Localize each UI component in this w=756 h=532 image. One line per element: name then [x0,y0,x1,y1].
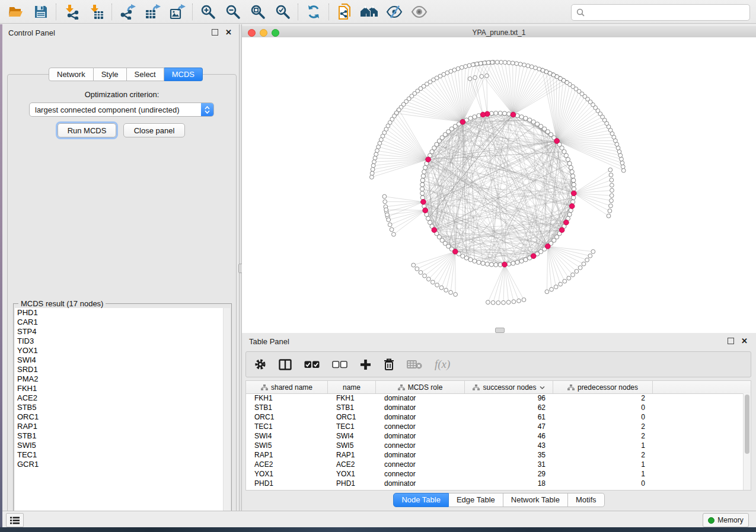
table-row[interactable]: SWI4SWI4dominator462 [246,431,744,441]
graph-leaf-node[interactable] [609,173,613,177]
graph-leaf-node[interactable] [415,267,419,271]
mcds-result-item[interactable]: STB1 [15,431,230,441]
cell-name[interactable]: TEC1 [328,422,376,431]
graph-node[interactable] [566,158,570,162]
table-row[interactable]: ORC1ORC1dominator610 [246,412,744,422]
graph-node[interactable] [473,259,477,263]
cell-predecessor-nodes[interactable]: 2 [553,422,653,431]
graph-leaf-node[interactable] [620,157,624,161]
graph-leaf-node[interactable] [427,277,431,281]
cell-successor-nodes[interactable]: 31 [465,460,553,469]
graph-node[interactable] [528,118,532,122]
cell-name[interactable]: ACE2 [328,460,376,469]
graph-leaf-node[interactable] [444,288,448,292]
cell-MCDS-role[interactable]: connector [376,470,465,478]
refresh-icon[interactable] [301,1,326,23]
graph-mcds-hub-node[interactable] [480,112,486,117]
graph-leaf-node[interactable] [431,280,435,284]
mcds-result-item[interactable]: SWI5 [15,441,230,450]
export-network-icon[interactable] [115,1,140,23]
graph-leaf-node[interactable] [439,286,444,290]
graph-leaf-node[interactable] [392,232,396,236]
column-header-shared-name[interactable]: shared name [246,381,328,393]
graph-leaf-node[interactable] [567,276,571,280]
float-panel-icon[interactable] [212,29,218,36]
mcds-result-item[interactable]: YOX1 [15,346,230,355]
column-settings-gear-icon[interactable] [254,358,266,370]
table-row[interactable]: RAP1RAP1dominator352 [246,450,744,460]
mcds-result-item[interactable]: SRD1 [15,365,230,374]
graph-node[interactable] [494,262,498,267]
graph-leaf-node[interactable] [512,300,516,304]
search-input[interactable] [588,6,749,19]
criterion-select[interactable]: largest connected component (undirected) [29,102,214,117]
mcds-result-item[interactable]: PMA2 [15,374,230,384]
graph-node[interactable] [423,165,428,169]
tab-node-table[interactable]: Node Table [393,493,449,507]
mcds-result-item[interactable]: FKH1 [15,384,230,393]
memory-button[interactable]: Memory [703,513,749,527]
cell-successor-nodes[interactable]: 61 [465,413,553,421]
hide-graphics-details-icon[interactable] [382,1,407,23]
cell-MCDS-role[interactable]: connector [376,422,465,431]
network-overview-icon[interactable] [357,1,382,23]
graph-leaf-node[interactable] [585,258,589,262]
graph-leaf-node[interactable] [610,178,614,182]
cell-name[interactable]: SWI4 [328,432,376,440]
graph-leaf-node[interactable] [483,61,487,65]
network-canvas[interactable] [242,37,756,333]
graph-mcds-hub-node[interactable] [502,262,508,267]
graph-leaf-node[interactable] [506,300,511,305]
delete-table-icon[interactable] [407,360,422,369]
graph-node[interactable] [571,200,575,204]
graph-leaf-node[interactable] [502,300,506,305]
graph-node[interactable] [420,196,425,200]
import-table-icon[interactable] [84,1,109,23]
graph-node[interactable] [519,259,524,263]
cell-shared-name[interactable]: YOX1 [246,470,328,478]
graph-leaf-node[interactable] [486,60,490,65]
graph-node[interactable] [498,111,502,116]
graph-node[interactable] [489,262,493,267]
graph-leaf-node[interactable] [499,60,503,65]
cell-MCDS-role[interactable]: connector [376,460,465,469]
cell-shared-name[interactable]: STB1 [246,403,328,412]
graph-leaf-node[interactable] [412,263,416,267]
table-row[interactable]: PHD1PHD1dominator180 [246,479,744,488]
graph-node[interactable] [477,260,481,264]
graph-mcds-hub-node[interactable] [423,208,428,213]
graph-mcds-hub-node[interactable] [554,139,560,144]
cell-successor-nodes[interactable]: 35 [465,451,553,459]
mcds-result-item[interactable]: SWI4 [15,355,230,365]
search-box[interactable] [571,4,750,21]
graph-node[interactable] [464,256,468,260]
graph-leaf-node[interactable] [371,164,375,168]
graph-leaf-node[interactable] [449,290,453,294]
cell-successor-nodes[interactable]: 47 [465,422,553,431]
mcds-result-item[interactable]: STP4 [15,327,230,336]
graph-leaf-node[interactable] [435,283,439,287]
table-row[interactable]: FKH1FKH1dominator962 [246,393,744,403]
graph-leaf-node[interactable] [578,266,582,270]
cell-name[interactable]: STB1 [328,403,376,412]
cell-MCDS-role[interactable]: dominator [376,479,465,488]
graph-node[interactable] [420,178,425,182]
graph-mcds-hub-node[interactable] [432,227,437,233]
delete-column-icon[interactable] [384,358,394,370]
scrollbar-thumb[interactable] [745,395,749,454]
cell-name[interactable]: PHD1 [328,479,376,488]
deselect-all-checkboxes-icon[interactable] [332,361,347,368]
cell-shared-name[interactable]: FKH1 [246,394,328,402]
graph-node[interactable] [468,116,473,120]
tab-select[interactable]: Select [127,68,164,81]
graph-node[interactable] [422,169,426,174]
task-history-button[interactable] [6,513,24,527]
graph-leaf-node[interactable] [559,282,563,286]
graph-leaf-node[interactable] [511,61,515,65]
graph-node[interactable] [567,212,572,216]
cell-predecessor-nodes[interactable]: 1 [553,470,653,478]
mcds-result-list[interactable]: PHD1CAR1STP4TID3YOX1SWI4SRD1PMA2FKH1ACE2… [15,308,230,520]
graph-leaf-node[interactable] [503,60,507,65]
graph-mcds-hub-node[interactable] [572,191,577,196]
show-column-icon[interactable] [279,359,292,370]
